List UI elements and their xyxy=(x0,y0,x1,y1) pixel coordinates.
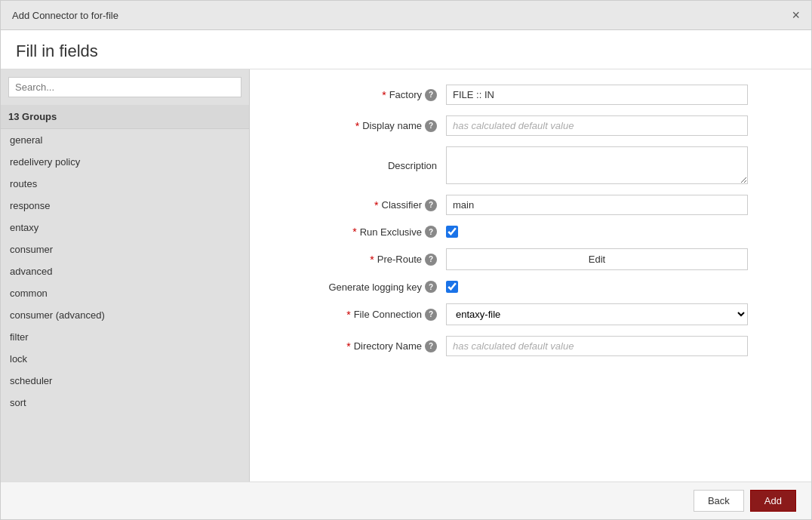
page-title-bar: Fill in fields xyxy=(1,30,811,69)
directory-name-required-star: * xyxy=(346,340,350,352)
classifier-label: * Classifier ? xyxy=(280,199,446,211)
modal: Add Connector to for-file × Fill in fiel… xyxy=(0,0,812,520)
factory-input[interactable] xyxy=(446,85,748,105)
modal-body: Fill in fields 13 Groups general redeliv… xyxy=(1,30,811,482)
pre-route-required-star: * xyxy=(370,254,374,266)
file-connection-label-text: File Connection xyxy=(354,309,422,320)
directory-name-input[interactable] xyxy=(446,336,748,356)
page-title: Fill in fields xyxy=(16,42,796,61)
sidebar: 13 Groups general redelivery policy rout… xyxy=(1,69,250,482)
sidebar-item-consumer-advanced[interactable]: consumer (advanced) xyxy=(1,304,249,326)
sidebar-item-scheduler[interactable]: scheduler xyxy=(1,370,249,392)
main-content: * Factory ? * Display name ? xyxy=(250,69,811,482)
classifier-help-icon[interactable]: ? xyxy=(425,199,437,211)
description-label-text: Description xyxy=(388,160,437,171)
sidebar-item-response[interactable]: response xyxy=(1,195,249,217)
modal-header: Add Connector to for-file × xyxy=(1,1,811,30)
groups-header: 13 Groups xyxy=(1,105,249,129)
run-exclusive-label: * Run Exclusive ? xyxy=(280,226,446,238)
generate-logging-key-label-text: Generate logging key xyxy=(328,282,422,293)
run-exclusive-checkbox[interactable] xyxy=(446,226,458,238)
classifier-required-star: * xyxy=(374,199,378,211)
file-connection-label: * File Connection ? xyxy=(280,309,446,321)
factory-required-star: * xyxy=(382,89,386,101)
pre-route-label: * Pre-Route ? xyxy=(280,254,446,266)
close-button[interactable]: × xyxy=(792,8,800,22)
classifier-label-text: Classifier xyxy=(382,199,422,211)
sidebar-item-common[interactable]: common xyxy=(1,282,249,304)
description-row: Description xyxy=(280,146,781,184)
search-input[interactable] xyxy=(8,77,241,97)
content-area: 13 Groups general redelivery policy rout… xyxy=(1,69,811,482)
factory-row: * Factory ? xyxy=(280,85,781,105)
pre-route-row: * Pre-Route ? Edit xyxy=(280,248,781,270)
factory-help-icon[interactable]: ? xyxy=(425,89,437,101)
run-exclusive-required-star: * xyxy=(352,226,356,238)
display-name-required-star: * xyxy=(355,120,359,132)
display-name-label: * Display name ? xyxy=(280,120,446,132)
sidebar-item-filter[interactable]: filter xyxy=(1,326,249,348)
generate-logging-key-label: Generate logging key ? xyxy=(280,281,446,293)
description-label: Description xyxy=(280,160,446,171)
file-connection-select[interactable]: entaxy-file xyxy=(446,303,748,325)
pre-route-help-icon[interactable]: ? xyxy=(425,254,437,266)
sidebar-item-entaxy[interactable]: entaxy xyxy=(1,217,249,238)
directory-name-help-icon[interactable]: ? xyxy=(425,340,437,352)
sidebar-item-redelivery-policy[interactable]: redelivery policy xyxy=(1,151,249,173)
pre-route-edit-button[interactable]: Edit xyxy=(446,248,748,270)
factory-label-text: Factory xyxy=(389,89,422,100)
display-name-row: * Display name ? xyxy=(280,115,781,136)
sidebar-item-sort[interactable]: sort xyxy=(1,392,249,414)
classifier-input[interactable] xyxy=(446,195,748,215)
file-connection-row: * File Connection ? entaxy-file xyxy=(280,303,781,325)
classifier-row: * Classifier ? xyxy=(280,195,781,215)
sidebar-item-advanced[interactable]: advanced xyxy=(1,260,249,282)
generate-logging-key-row: Generate logging key ? xyxy=(280,281,781,293)
file-connection-help-icon[interactable]: ? xyxy=(425,309,437,321)
modal-title: Add Connector to for-file xyxy=(12,10,118,21)
directory-name-row: * Directory Name ? xyxy=(280,336,781,356)
run-exclusive-label-text: Run Exclusive xyxy=(360,226,422,238)
search-container xyxy=(1,69,249,105)
display-name-input[interactable] xyxy=(446,115,748,136)
run-exclusive-help-icon[interactable]: ? xyxy=(425,226,437,238)
sidebar-item-routes[interactable]: routes xyxy=(1,173,249,195)
factory-label: * Factory ? xyxy=(280,89,446,101)
back-button[interactable]: Back xyxy=(694,490,744,512)
generate-logging-key-checkbox[interactable] xyxy=(446,281,458,293)
add-button[interactable]: Add xyxy=(750,490,796,512)
description-textarea[interactable] xyxy=(446,146,748,184)
modal-footer: Back Add xyxy=(1,482,811,519)
directory-name-label-text: Directory Name xyxy=(354,340,422,352)
directory-name-label: * Directory Name ? xyxy=(280,340,446,352)
sidebar-list: general redelivery policy routes respons… xyxy=(1,129,249,482)
pre-route-label-text: Pre-Route xyxy=(377,254,422,265)
sidebar-item-lock[interactable]: lock xyxy=(1,348,249,370)
display-name-label-text: Display name xyxy=(362,120,422,131)
display-name-help-icon[interactable]: ? xyxy=(425,120,437,132)
generate-logging-key-help-icon[interactable]: ? xyxy=(425,281,437,293)
sidebar-item-consumer[interactable]: consumer xyxy=(1,238,249,260)
file-connection-required-star: * xyxy=(346,309,350,321)
sidebar-item-general[interactable]: general xyxy=(1,129,249,151)
run-exclusive-row: * Run Exclusive ? xyxy=(280,226,781,238)
